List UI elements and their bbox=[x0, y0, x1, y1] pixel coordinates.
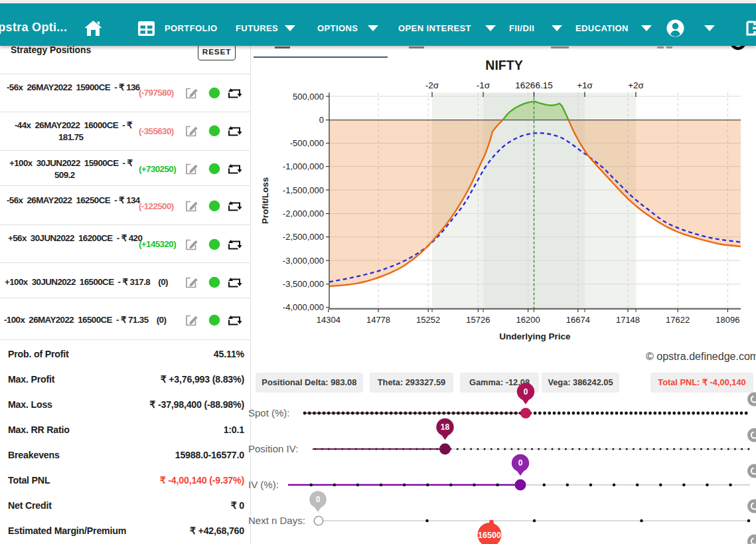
svg-text:16200: 16200 bbox=[516, 315, 540, 325]
svg-text:-4,000,000: -4,000,000 bbox=[283, 302, 324, 312]
svg-text:0: 0 bbox=[319, 115, 324, 125]
svg-text:17148: 17148 bbox=[616, 315, 640, 325]
svg-text:NIFTY: NIFTY bbox=[485, 58, 522, 72]
svg-text:Underlying Price: Underlying Price bbox=[499, 331, 571, 341]
svg-text:14304: 14304 bbox=[317, 315, 340, 325]
svg-text:18: 18 bbox=[441, 422, 450, 432]
svg-text:17622: 17622 bbox=[666, 315, 690, 325]
svg-text:500,000: 500,000 bbox=[293, 92, 324, 102]
svg-text:-2,000,000: -2,000,000 bbox=[283, 209, 324, 219]
svg-text:-1,000,000: -1,000,000 bbox=[283, 161, 324, 171]
svg-text:18096: 18096 bbox=[716, 315, 739, 325]
svg-text:14778: 14778 bbox=[366, 315, 390, 325]
svg-text:15726: 15726 bbox=[466, 315, 490, 325]
svg-text:16674: 16674 bbox=[566, 315, 590, 325]
svg-text:0: 0 bbox=[316, 495, 321, 504]
svg-text:15252: 15252 bbox=[416, 315, 440, 325]
svg-text:© opstra.definedge.com: © opstra.definedge.com bbox=[646, 351, 756, 362]
svg-text:0: 0 bbox=[524, 387, 528, 397]
svg-text:-3,500,000: -3,500,000 bbox=[283, 279, 324, 289]
svg-text:16500: 16500 bbox=[478, 531, 501, 540]
svg-text:+1σ: +1σ bbox=[577, 80, 593, 90]
svg-text:-1σ: -1σ bbox=[477, 80, 491, 90]
svg-text:Profit/Loss: Profit/Loss bbox=[260, 177, 270, 225]
svg-text:-500,000: -500,000 bbox=[290, 138, 324, 148]
svg-text:0: 0 bbox=[518, 458, 523, 468]
svg-text:-3,000,000: -3,000,000 bbox=[283, 256, 324, 266]
svg-text:-2σ: -2σ bbox=[425, 80, 439, 90]
svg-text:-1,500,000: -1,500,000 bbox=[283, 185, 324, 195]
svg-text:+2σ: +2σ bbox=[628, 80, 644, 90]
svg-text:16266.15: 16266.15 bbox=[515, 80, 552, 90]
svg-text:-2,500,000: -2,500,000 bbox=[283, 232, 324, 242]
